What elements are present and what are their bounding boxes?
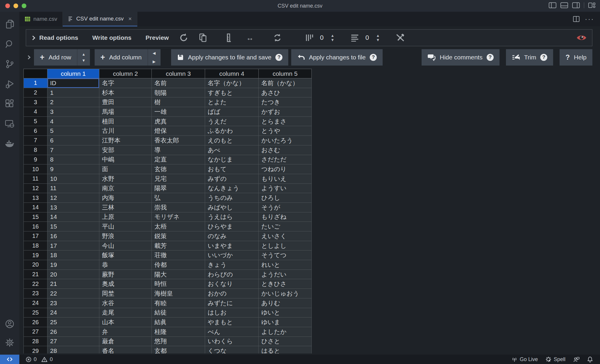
table-cell[interactable]: れいと bbox=[259, 260, 312, 270]
row-number[interactable]: 6 bbox=[23, 126, 47, 136]
table-cell[interactable]: 燈保 bbox=[152, 126, 205, 136]
table-cell[interactable]: おかの bbox=[205, 289, 259, 298]
table-cell[interactable]: 6 bbox=[47, 136, 99, 145]
table-cell[interactable]: ばば bbox=[205, 107, 259, 117]
row-number[interactable]: 29 bbox=[23, 346, 47, 353]
table-cell[interactable]: そうが bbox=[259, 203, 312, 212]
table-cell[interactable]: 26 bbox=[47, 327, 99, 337]
row-number[interactable]: 10 bbox=[23, 164, 47, 174]
table-cell[interactable]: 香衣太郎 bbox=[152, 136, 205, 145]
table-cell[interactable]: のなみ bbox=[205, 231, 259, 241]
row-number[interactable]: 25 bbox=[23, 308, 47, 318]
help-button[interactable]: ? Help bbox=[560, 49, 592, 66]
table-cell[interactable]: 16 bbox=[47, 231, 99, 241]
table-cell[interactable]: 巌倉 bbox=[99, 337, 152, 346]
table-cell[interactable]: 一雄 bbox=[152, 107, 205, 117]
table-cell[interactable]: たいご bbox=[259, 222, 312, 231]
row-number[interactable]: 1 bbox=[23, 78, 47, 88]
table-cell[interactable]: 水野 bbox=[99, 174, 152, 184]
row-number[interactable]: 11 bbox=[23, 174, 47, 184]
table-cell[interactable]: 荘徹 bbox=[152, 250, 205, 260]
row-number[interactable]: 27 bbox=[23, 327, 47, 337]
stepper-left-icon[interactable]: ◀ bbox=[153, 51, 156, 55]
column-header[interactable]: column 5 bbox=[259, 69, 312, 78]
column-header[interactable]: column 2 bbox=[99, 69, 152, 78]
table-cell[interactable]: 4 bbox=[47, 117, 99, 126]
table-cell[interactable]: 12 bbox=[47, 193, 99, 203]
row-number[interactable]: 20 bbox=[23, 260, 47, 270]
table-cell[interactable]: 結徒 bbox=[152, 308, 205, 318]
row-number[interactable]: 4 bbox=[23, 107, 47, 117]
table-cell[interactable]: そうてつ bbox=[259, 250, 312, 260]
table-cell[interactable]: 25 bbox=[47, 317, 99, 327]
table-cell[interactable]: 鋭策 bbox=[152, 231, 205, 241]
table-cell[interactable]: 蕨野 bbox=[99, 270, 152, 279]
table-cell[interactable]: 弘 bbox=[152, 193, 205, 203]
split-editor-icon[interactable] bbox=[573, 16, 579, 22]
table-cell[interactable]: いいづか bbox=[205, 250, 259, 260]
corner-cell[interactable] bbox=[23, 69, 47, 78]
table-cell[interactable]: 21 bbox=[47, 279, 99, 289]
table-cell[interactable]: 古川 bbox=[99, 126, 152, 136]
feedback-button[interactable] bbox=[573, 356, 579, 362]
apply-save-button[interactable]: Apply changes to file and save ? bbox=[171, 49, 289, 66]
table-cell[interactable]: ようすい bbox=[259, 184, 312, 193]
table-cell[interactable]: とよた bbox=[205, 97, 259, 107]
table-cell[interactable]: 兄宅 bbox=[152, 174, 205, 184]
table-cell[interactable]: 陽翠 bbox=[152, 184, 205, 193]
table-cell[interactable]: 朝陽 bbox=[152, 88, 205, 98]
table-cell[interactable]: 18 bbox=[47, 250, 99, 260]
source-watch-eye-icon[interactable] bbox=[576, 34, 587, 42]
stepper-right-icon[interactable]: ▶ bbox=[153, 59, 156, 64]
stepper-up-icon[interactable]: ▲ bbox=[330, 34, 334, 37]
row-number[interactable]: 24 bbox=[23, 298, 47, 308]
tab-name-csv[interactable]: name.csv bbox=[19, 12, 63, 26]
table-cell[interactable]: 走尾 bbox=[99, 308, 152, 318]
source-control-icon[interactable] bbox=[5, 59, 15, 69]
table-cell[interactable]: よしたか bbox=[259, 327, 312, 337]
search-icon[interactable] bbox=[5, 39, 15, 49]
table-cell[interactable]: 11 bbox=[47, 184, 99, 193]
expand-sidepanel-chevron-icon[interactable] bbox=[26, 55, 30, 59]
row-number[interactable]: 23 bbox=[23, 289, 47, 298]
table-cell[interactable]: 19 bbox=[47, 260, 99, 270]
table-cell[interactable]: モリザネ bbox=[152, 212, 205, 222]
table-cell[interactable]: みばやし bbox=[205, 203, 259, 212]
table-cell[interactable]: 結眞 bbox=[152, 317, 205, 327]
row-number[interactable]: 3 bbox=[23, 97, 47, 107]
copy-table-icon[interactable] bbox=[199, 33, 207, 42]
table-cell[interactable]: たつき bbox=[259, 97, 312, 107]
table-cell[interactable]: えいさく bbox=[259, 231, 312, 241]
table-cell[interactable]: 27 bbox=[47, 337, 99, 346]
table-cell[interactable]: 杉本 bbox=[99, 88, 152, 98]
explorer-icon[interactable] bbox=[5, 19, 15, 29]
toggle-secondary-sidebar-icon[interactable] bbox=[572, 2, 580, 8]
help-badge-icon[interactable]: ? bbox=[540, 54, 547, 61]
table-cell[interactable]: きょう bbox=[205, 260, 259, 270]
table-cell[interactable]: 15 bbox=[47, 222, 99, 231]
table-cell[interactable]: 豊田 bbox=[99, 97, 152, 107]
table-cell[interactable]: 1 bbox=[47, 88, 99, 98]
table-cell[interactable]: としよし bbox=[259, 241, 312, 251]
table-cell[interactable]: 伶都 bbox=[152, 260, 205, 270]
table-cell[interactable]: 海樹皇 bbox=[152, 289, 205, 298]
table-cell[interactable]: 2 bbox=[47, 97, 99, 107]
table-cell[interactable]: さだただ bbox=[259, 155, 312, 165]
help-badge-icon[interactable]: ? bbox=[275, 54, 282, 61]
table-cell[interactable]: 弁 bbox=[99, 327, 152, 337]
table-cell[interactable]: ひらやま bbox=[205, 222, 259, 231]
problems-indicator[interactable]: 0 0 bbox=[26, 356, 53, 363]
table-cell[interactable]: 10 bbox=[47, 174, 99, 184]
table-cell[interactable]: かいたろう bbox=[259, 136, 312, 145]
table-cell[interactable]: うえだ bbox=[205, 117, 259, 126]
help-badge-icon[interactable]: ? bbox=[487, 54, 494, 61]
customize-layout-icon[interactable] bbox=[588, 2, 595, 8]
table-cell[interactable]: 面 bbox=[99, 164, 152, 174]
table-cell[interactable]: 17 bbox=[47, 241, 99, 251]
table-cell[interactable]: ふるかわ bbox=[205, 126, 259, 136]
table-cell[interactable]: 今山 bbox=[99, 241, 152, 251]
table-cell[interactable]: 時恒 bbox=[152, 279, 205, 289]
table-cell[interactable]: ひろし bbox=[259, 193, 312, 203]
fit-content-icon[interactable]: ↔ bbox=[246, 33, 254, 42]
table-cell[interactable]: 名前 bbox=[152, 78, 205, 88]
